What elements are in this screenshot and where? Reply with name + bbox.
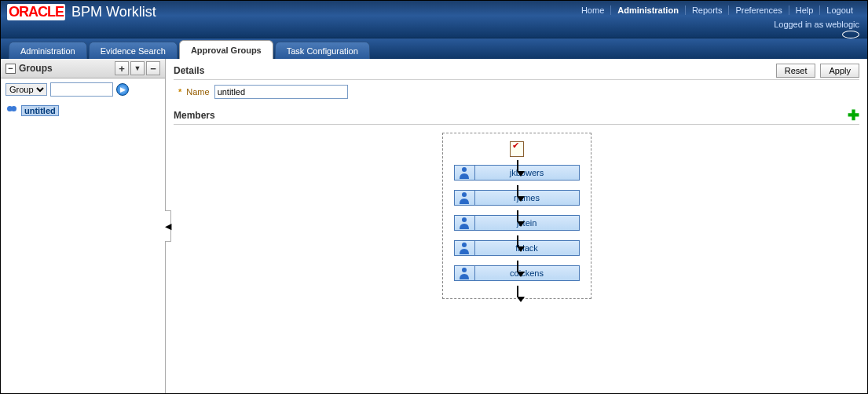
svg-point-0	[462, 167, 467, 172]
details-panel: Details Reset Apply * Name Members ✚ jkb…	[166, 59, 867, 393]
member-name: jstein	[475, 216, 579, 230]
nav-home[interactable]: Home	[575, 5, 611, 15]
tab-administration[interactable]: Administration	[9, 42, 87, 59]
members-title: Members	[174, 110, 215, 121]
nav-preferences[interactable]: Preferences	[729, 5, 789, 15]
member-name: cdickens	[475, 266, 579, 280]
user-icon	[459, 267, 470, 279]
member-name: jkbowers	[475, 166, 579, 180]
sidebar-title: Groups	[19, 63, 53, 74]
apply-button[interactable]: Apply	[820, 64, 859, 78]
checklist-icon	[510, 141, 524, 157]
filter-type-select[interactable]: Group	[5, 83, 47, 96]
splitter-handle[interactable]: ◀	[165, 210, 171, 242]
oracle-logo: ORACLE	[7, 4, 65, 20]
svg-point-1	[462, 192, 467, 197]
tab-approval-groups[interactable]: Approval Groups	[179, 40, 273, 59]
add-member-button[interactable]: ✚	[848, 108, 859, 122]
nav-help[interactable]: Help	[789, 5, 821, 15]
user-icon	[459, 166, 470, 179]
tree-item-untitled[interactable]: untitled	[5, 104, 160, 118]
tab-evidence-search[interactable]: Evidence Search	[89, 42, 178, 59]
app-title: BPM Worklist	[71, 4, 156, 20]
svg-point-3	[462, 243, 467, 247]
search-go-button[interactable]: ▶	[116, 83, 129, 96]
member-name: rjames	[475, 191, 579, 205]
member-name: fblack	[475, 241, 579, 255]
dropdown-button[interactable]: ▼	[130, 61, 145, 75]
name-field-label: Name	[186, 87, 209, 97]
details-title: Details	[174, 65, 204, 76]
group-icon	[7, 105, 18, 116]
svg-point-4	[462, 268, 467, 272]
tab-task-configuration[interactable]: Task Configuration	[275, 42, 370, 59]
header-nav: Home Administration Reports Preferences …	[575, 5, 859, 15]
add-group-button[interactable]: +	[115, 61, 129, 75]
remove-group-button[interactable]: −	[146, 61, 160, 75]
groups-sidebar: − Groups + ▼ − Group ▶ untitled ◀	[1, 59, 166, 393]
nav-logout[interactable]: Logout	[820, 5, 859, 15]
name-input[interactable]	[214, 85, 348, 99]
nav-reports[interactable]: Reports	[686, 5, 730, 15]
filter-input[interactable]	[50, 82, 113, 97]
approval-flow: jkbowers rjames jstein fblack	[442, 133, 591, 299]
tab-bar: Administration Evidence Search Approval …	[1, 38, 867, 59]
required-star-icon: *	[178, 87, 181, 97]
svg-point-2	[462, 217, 467, 222]
login-status: Logged in as weblogic	[774, 20, 859, 29]
collapse-icon[interactable]: −	[5, 64, 16, 74]
accessibility-icon[interactable]	[842, 31, 859, 38]
reset-button[interactable]: Reset	[776, 64, 816, 78]
user-icon	[459, 242, 470, 254]
nav-administration[interactable]: Administration	[611, 5, 686, 15]
user-icon	[459, 217, 470, 229]
tree-item-label: untitled	[21, 105, 59, 116]
app-header: ORACLE BPM Worklist Home Administration …	[1, 1, 867, 38]
user-icon	[459, 192, 470, 204]
